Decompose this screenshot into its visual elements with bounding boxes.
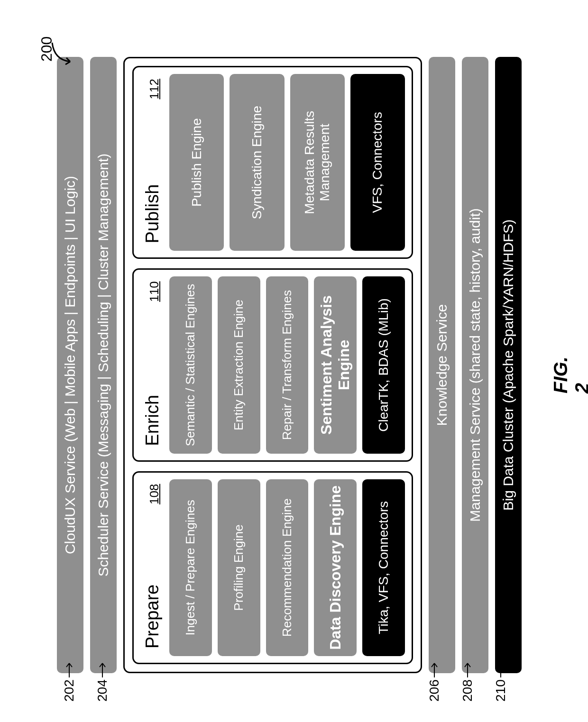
prepare-item: Recommendation Engine <box>266 479 309 656</box>
prepare-title: Prepare <box>142 585 163 649</box>
arrow-icon <box>99 658 106 677</box>
enrich-title: Enrich <box>142 395 163 446</box>
ref-210-text: 210 <box>493 679 508 702</box>
publish-header: Publish 112 <box>140 74 164 251</box>
curved-arrow-icon <box>51 38 77 66</box>
management-service-bar: Management Service (shared state, histor… <box>462 57 488 673</box>
ref-202-text: 202 <box>62 679 77 702</box>
publish-title: Publish <box>142 184 163 244</box>
arrow-icon <box>65 658 73 677</box>
enrich-item: Semantic / Statistical Engines <box>169 276 212 453</box>
enrich-item: Entity Extraction Engine <box>218 276 260 453</box>
arrow-icon <box>464 658 471 677</box>
architecture-diagram: CloudUX Service (Web | Mobile Apps | End… <box>57 57 522 673</box>
publish-item: Metadata Results Management <box>290 74 345 251</box>
enrich-header: Enrich 110 <box>140 276 164 453</box>
prepare-footer: Tika, VFS, Connectors <box>362 479 405 656</box>
publish-item: Syndication Engine <box>230 74 284 251</box>
ref-208: 208 <box>460 658 475 702</box>
publish-footer: VFS, Connectors <box>350 74 405 251</box>
ref-210: 210 <box>493 658 508 702</box>
publish-ref: 112 <box>147 79 162 99</box>
arrow-icon <box>431 658 438 677</box>
big-data-cluster-bar: Big Data Cluster (Apache Spark/YARN/HDFS… <box>495 57 522 673</box>
prepare-column: Prepare 108 Ingest / Prepare Engines Pro… <box>132 471 413 664</box>
enrich-bold-item: Sentiment Analysis Engine <box>314 276 357 453</box>
prepare-bold-item: Data Discovery Engine <box>314 479 357 656</box>
ref-206-text: 206 <box>427 679 442 702</box>
ref-204-text: 204 <box>95 679 110 702</box>
publish-column: Publish 112 Publish Engine Syndication E… <box>132 66 413 259</box>
ref-200: 200 <box>38 37 55 62</box>
arrow-icon <box>497 658 505 677</box>
enrich-footer: ClearTK, BDAS (MLib) <box>362 276 405 453</box>
ref-204: 204 <box>95 658 110 702</box>
cloudux-service-bar: CloudUX Service (Web | Mobile Apps | End… <box>57 57 83 673</box>
figure-caption: FIG. 2 <box>550 356 588 393</box>
ref-208-text: 208 <box>460 679 475 702</box>
ref-202: 202 <box>62 658 77 702</box>
scheduler-service-bar: Scheduler Service (Messaging | Schedulin… <box>90 57 117 673</box>
enrich-ref: 110 <box>147 281 162 302</box>
enrich-item: Repair / Transform Engines <box>266 276 309 453</box>
prepare-header: Prepare 108 <box>140 479 164 656</box>
enrich-column: Enrich 110 Semantic / Statistical Engine… <box>132 268 413 461</box>
knowledge-service-bar: Knowledge Service <box>429 57 455 673</box>
prepare-item: Profiling Engine <box>218 479 260 656</box>
pipeline-row: Prepare 108 Ingest / Prepare Engines Pro… <box>123 57 422 673</box>
publish-item: Publish Engine <box>169 74 224 251</box>
prepare-item: Ingest / Prepare Engines <box>169 479 212 656</box>
ref-206: 206 <box>427 658 442 702</box>
prepare-ref: 108 <box>147 484 162 504</box>
